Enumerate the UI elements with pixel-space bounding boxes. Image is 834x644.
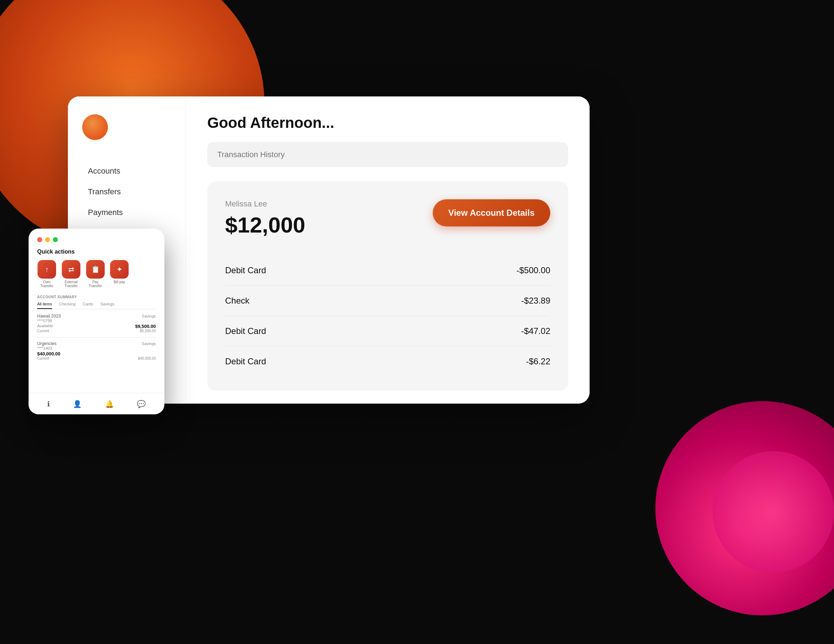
transaction-type: Check (225, 296, 249, 306)
sidebar-item-transfers[interactable]: Transfers (82, 182, 171, 202)
quick-actions-title: Quick actions (37, 249, 156, 255)
tab-cards[interactable]: Cards (82, 302, 93, 309)
quick-action-bill-pay[interactable]: ✦ Bill pay (110, 260, 129, 288)
search-input[interactable] (207, 142, 568, 167)
current-label: Current (37, 357, 49, 360)
quick-action-own-transfer[interactable]: ↑ Own Transfer (37, 260, 57, 288)
available-value: $40,000.00 (37, 351, 60, 357)
table-row: Debit Card -$47.02 (225, 316, 550, 346)
mobile-account-row1: Urgencies Savings (37, 341, 156, 346)
transaction-amount: -$500.00 (516, 265, 550, 275)
quick-action-label: Own Transfer (37, 280, 57, 288)
mobile-account-item-1: Hawaii 2023 Savings ****0798 Available $… (37, 314, 156, 333)
notification-icon[interactable]: 🔔 (105, 400, 114, 408)
transactions-list: Debit Card -$500.00 Check -$23.89 Debit … (225, 255, 550, 376)
traffic-light-red (37, 237, 42, 242)
view-account-details-button[interactable]: View Account Details (433, 199, 550, 226)
mobile-account-name: Hawaii 2023 (37, 314, 61, 319)
pay-transfer-icon: 📋 (86, 260, 105, 279)
info-icon[interactable]: ℹ (47, 400, 50, 408)
account-tabs: All items Checking Cards Savings (37, 302, 156, 309)
current-value: $5,500.00 (140, 329, 156, 333)
sidebar-item-accounts[interactable]: Accounts (82, 161, 171, 181)
mobile-account-item-2: Urgencies Savings ****1403 $40,000.00 Cu… (37, 341, 156, 360)
mobile-divider (37, 337, 156, 337)
quick-action-label: Bill pay (114, 280, 125, 284)
transaction-type: Debit Card (225, 357, 266, 366)
bill-pay-icon: ✦ (110, 260, 129, 279)
available-value: $9,500.00 (135, 324, 156, 329)
transaction-type: Debit Card (225, 326, 266, 336)
table-row: Debit Card -$6.22 (225, 346, 550, 376)
mobile-account-type: Savings (142, 314, 156, 318)
account-card-header: Melissa Lee $12,000 View Account Details (225, 199, 550, 237)
traffic-light-green (53, 237, 58, 242)
account-info: Melissa Lee $12,000 (225, 199, 305, 237)
mobile-account-type: Savings (142, 341, 156, 346)
avatar (82, 114, 108, 140)
tab-all-items[interactable]: All items (37, 302, 52, 309)
mobile-account-number: ****0798 (37, 319, 156, 323)
account-balance: $12,000 (225, 212, 305, 237)
profile-icon[interactable]: 👤 (73, 400, 82, 408)
sidebar-item-payments[interactable]: Payments (82, 203, 171, 222)
mobile-current-detail: Current $5,500.00 (37, 329, 156, 333)
chat-icon[interactable]: 💬 (137, 400, 146, 408)
mobile-account-name: Urgencies (37, 341, 57, 346)
table-row: Check -$23.89 (225, 286, 550, 316)
bg-decoration-pink-inner (713, 451, 834, 573)
account-summary-header: ACCOUNT SUMMARY (37, 295, 156, 299)
quick-action-external-transfer[interactable]: ⇄ External Transfer (61, 260, 81, 288)
mobile-app-card: Quick actions ↑ Own Transfer ⇄ External … (29, 229, 164, 414)
quick-actions-row: ↑ Own Transfer ⇄ External Transfer 📋 Pay… (37, 260, 156, 288)
transaction-amount: -$23.89 (521, 296, 550, 306)
traffic-light-yellow (45, 237, 50, 242)
tab-savings[interactable]: Savings (100, 302, 114, 309)
external-transfer-icon: ⇄ (62, 260, 81, 279)
mobile-current-detail: Current $40,000.00 (37, 357, 156, 360)
transaction-amount: -$6.22 (526, 357, 550, 366)
quick-action-label: Pay Transfer (86, 280, 105, 288)
quick-action-pay-transfer[interactable]: 📋 Pay Transfer (86, 260, 105, 288)
current-value: $40,000.00 (138, 357, 156, 360)
current-label: Current (37, 329, 49, 333)
mobile-account-detail: Available $9,500.00 (37, 324, 156, 329)
tab-checking[interactable]: Checking (59, 302, 76, 309)
traffic-lights (37, 237, 156, 242)
mobile-account-detail: $40,000.00 (37, 351, 156, 357)
quick-action-label: External Transfer (61, 280, 81, 288)
transaction-amount: -$47.02 (521, 326, 550, 336)
main-content: Good Afternoon... Melissa Lee $12,000 Vi… (186, 97, 590, 404)
transaction-type: Debit Card (225, 265, 266, 275)
greeting-heading: Good Afternoon... (207, 114, 568, 131)
account-summary-card: Melissa Lee $12,000 View Account Details… (207, 181, 568, 391)
account-owner-name: Melissa Lee (225, 199, 305, 208)
mobile-account-number: ****1403 (37, 346, 156, 350)
table-row: Debit Card -$500.00 (225, 255, 550, 286)
available-label: Available (37, 324, 53, 329)
own-transfer-icon: ↑ (37, 260, 56, 279)
mobile-account-row1: Hawaii 2023 Savings (37, 314, 156, 319)
mobile-bottom-nav: ℹ 👤 🔔 💬 (29, 393, 164, 414)
